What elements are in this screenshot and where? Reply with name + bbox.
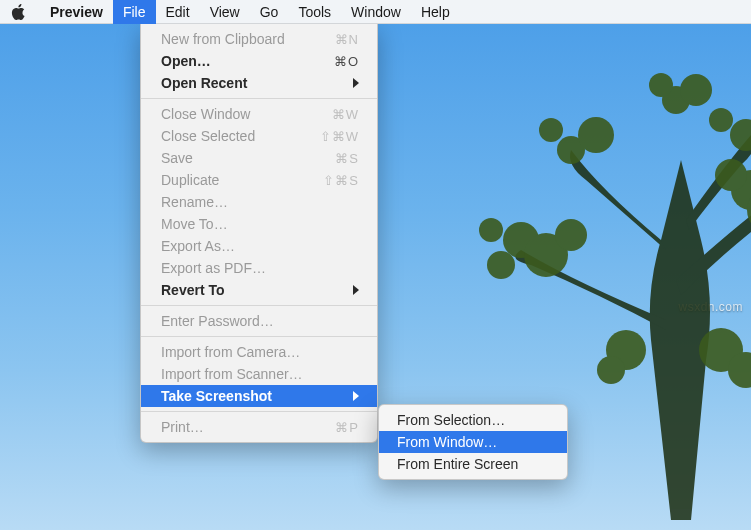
- menu-shortcut: ⌘W: [309, 107, 359, 122]
- svg-point-14: [606, 330, 646, 370]
- svg-point-0: [503, 222, 539, 258]
- svg-point-3: [487, 251, 515, 279]
- menubar-app-name[interactable]: Preview: [40, 0, 113, 24]
- menubar-item-go[interactable]: Go: [250, 0, 289, 24]
- menu-item-close-window[interactable]: Close Window ⌘W: [141, 103, 377, 125]
- menu-shortcut: ⌘S: [309, 151, 359, 166]
- svg-point-4: [479, 218, 503, 242]
- menu-item-open-recent[interactable]: Open Recent: [141, 72, 377, 94]
- menu-label: New from Clipboard: [161, 31, 309, 47]
- menu-label: Open Recent: [161, 75, 345, 91]
- take-screenshot-submenu: From Selection… From Window… From Entire…: [378, 404, 568, 480]
- menubar-item-window[interactable]: Window: [341, 0, 411, 24]
- menu-separator: [141, 411, 377, 412]
- menu-label: Take Screenshot: [161, 388, 345, 404]
- menu-item-revert-to[interactable]: Revert To: [141, 279, 377, 301]
- menu-label: From Entire Screen: [397, 456, 549, 472]
- svg-point-21: [649, 73, 673, 97]
- svg-point-10: [539, 118, 563, 142]
- svg-point-16: [699, 328, 743, 372]
- menu-shortcut: ⌘P: [309, 420, 359, 435]
- submenu-item-from-window[interactable]: From Window…: [379, 431, 567, 453]
- menu-item-take-screenshot[interactable]: Take Screenshot: [141, 385, 377, 407]
- menu-shortcut: ⇧⌘S: [309, 173, 359, 188]
- submenu-arrow-icon: [353, 391, 359, 401]
- svg-point-7: [715, 159, 747, 191]
- watermark-text: wsxdn.com: [678, 300, 743, 314]
- svg-point-2: [555, 219, 587, 251]
- menu-label: Close Window: [161, 106, 309, 122]
- menu-shortcut: ⌘N: [309, 32, 359, 47]
- menu-label: Print…: [161, 419, 309, 435]
- menu-separator: [141, 305, 377, 306]
- menu-item-open[interactable]: Open… ⌘O: [141, 50, 377, 72]
- menu-label: Import from Scanner…: [161, 366, 359, 382]
- menu-label: Duplicate: [161, 172, 309, 188]
- menubar-item-tools[interactable]: Tools: [288, 0, 341, 24]
- svg-point-1: [524, 233, 568, 277]
- menubar-item-edit[interactable]: Edit: [156, 0, 200, 24]
- file-menu-dropdown: New from Clipboard ⌘N Open… ⌘O Open Rece…: [140, 24, 378, 443]
- menubar-item-help[interactable]: Help: [411, 0, 460, 24]
- apple-menu-icon[interactable]: [10, 4, 26, 20]
- svg-point-19: [662, 86, 690, 114]
- menu-label: Close Selected: [161, 128, 309, 144]
- menu-item-export-as-pdf[interactable]: Export as PDF…: [141, 257, 377, 279]
- menu-item-duplicate[interactable]: Duplicate ⇧⌘S: [141, 169, 377, 191]
- menu-item-new-from-clipboard[interactable]: New from Clipboard ⌘N: [141, 28, 377, 50]
- menubar-item-file[interactable]: File: [113, 0, 156, 24]
- menubar-item-view[interactable]: View: [200, 0, 250, 24]
- svg-point-5: [731, 170, 751, 210]
- menu-shortcut: ⌘O: [309, 54, 359, 69]
- submenu-arrow-icon: [353, 78, 359, 88]
- submenu-item-from-selection[interactable]: From Selection…: [379, 409, 567, 431]
- svg-point-11: [730, 119, 751, 151]
- menu-shortcut: ⇧⌘W: [309, 129, 359, 144]
- menu-label: Move To…: [161, 216, 359, 232]
- menubar: Preview File Edit View Go Tools Window H…: [0, 0, 751, 24]
- submenu-item-from-entire-screen[interactable]: From Entire Screen: [379, 453, 567, 475]
- menu-item-rename[interactable]: Rename…: [141, 191, 377, 213]
- menu-label: Import from Camera…: [161, 344, 359, 360]
- menu-item-print[interactable]: Print… ⌘P: [141, 416, 377, 438]
- menu-label: Revert To: [161, 282, 345, 298]
- menu-label: From Selection…: [397, 412, 549, 428]
- menu-label: Open…: [161, 53, 309, 69]
- menu-label: Export As…: [161, 238, 359, 254]
- menu-item-enter-password[interactable]: Enter Password…: [141, 310, 377, 332]
- menu-label: From Window…: [397, 434, 549, 450]
- menu-label: Save: [161, 150, 309, 166]
- svg-point-8: [557, 136, 585, 164]
- menu-item-move-to[interactable]: Move To…: [141, 213, 377, 235]
- svg-point-13: [709, 108, 733, 132]
- svg-point-17: [728, 352, 751, 388]
- submenu-arrow-icon: [353, 285, 359, 295]
- menu-label: Export as PDF…: [161, 260, 359, 276]
- menu-item-import-from-camera[interactable]: Import from Camera…: [141, 341, 377, 363]
- svg-point-9: [578, 117, 614, 153]
- svg-point-20: [680, 74, 712, 106]
- menu-item-import-from-scanner[interactable]: Import from Scanner…: [141, 363, 377, 385]
- svg-point-15: [597, 356, 625, 384]
- menu-label: Enter Password…: [161, 313, 359, 329]
- menu-separator: [141, 98, 377, 99]
- svg-point-6: [747, 186, 751, 234]
- menu-separator: [141, 336, 377, 337]
- menu-label: Rename…: [161, 194, 359, 210]
- menu-item-close-selected[interactable]: Close Selected ⇧⌘W: [141, 125, 377, 147]
- menu-item-save[interactable]: Save ⌘S: [141, 147, 377, 169]
- menu-item-export-as[interactable]: Export As…: [141, 235, 377, 257]
